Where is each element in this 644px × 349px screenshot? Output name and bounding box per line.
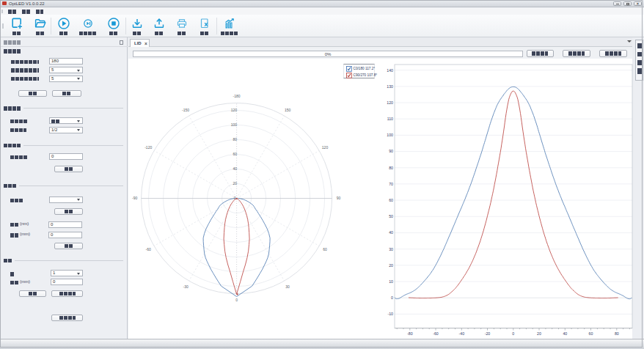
svg-text:-180: -180 [233,94,241,98]
svg-text:-40: -40 [459,331,465,336]
svg-text:150: 150 [285,108,291,112]
svg-text:20: 20 [537,331,541,336]
svg-text:20: 20 [389,263,393,268]
svg-text:40: 40 [233,166,238,171]
svg-text:30: 30 [389,247,393,251]
svg-text:0: 0 [235,298,238,302]
svg-text:110: 110 [387,117,393,121]
svg-text:90: 90 [337,196,341,200]
svg-text:-60: -60 [433,331,439,336]
svg-text:60: 60 [589,331,593,336]
svg-text:30: 30 [285,284,290,289]
svg-text:100: 100 [387,133,393,137]
svg-text:120: 120 [387,100,393,105]
svg-text:80: 80 [389,166,393,170]
svg-text:120: 120 [231,108,238,112]
svg-text:10: 10 [389,279,393,284]
svg-text:-30: -30 [183,284,188,289]
svg-text:90: 90 [389,149,393,153]
svg-text:40: 40 [563,331,567,336]
svg-text:80: 80 [233,137,238,142]
svg-text:-20: -20 [485,331,491,336]
svg-text:0: 0 [391,295,393,300]
svg-text:70: 70 [389,182,393,186]
svg-text:140: 140 [387,68,393,73]
svg-text:-150: -150 [182,108,189,112]
svg-text:0: 0 [512,331,514,336]
svg-text:-10: -10 [388,312,394,316]
svg-text:60: 60 [389,198,393,202]
svg-text:-90: -90 [132,196,137,200]
svg-text:60: 60 [233,152,238,156]
svg-text:100: 100 [231,122,238,127]
svg-text:50: 50 [389,214,393,218]
svg-text:-80: -80 [407,331,413,336]
svg-text:-60: -60 [146,247,151,251]
svg-text:80: 80 [615,331,619,336]
svg-text:60: 60 [323,247,327,251]
svg-text:-120: -120 [144,145,152,150]
svg-text:20: 20 [233,181,238,185]
svg-text:130: 130 [387,84,393,89]
svg-text:120: 120 [322,145,329,150]
svg-text:40: 40 [389,230,393,235]
